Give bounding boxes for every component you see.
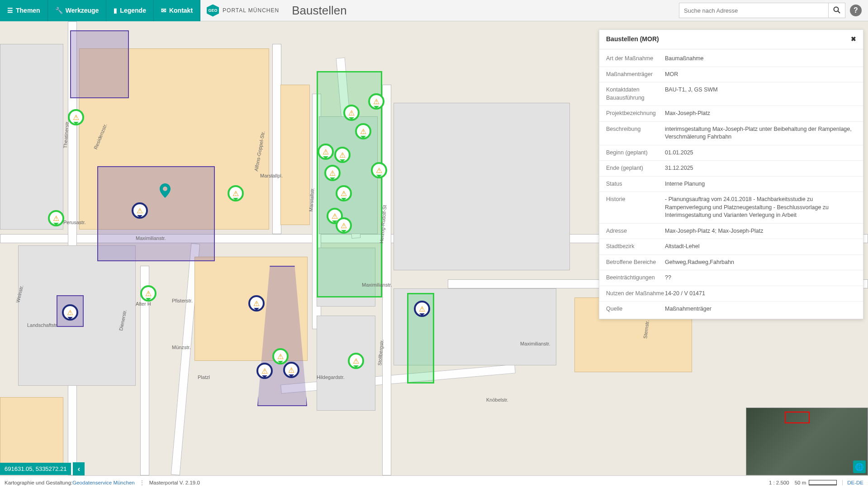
attribution-link[interactable]: Geodatenservice München (72, 480, 134, 485)
info-label: Quelle (606, 305, 665, 313)
wrench-icon: 🔧 (55, 7, 63, 14)
worker-icon: ⚠ (232, 189, 239, 198)
version-label: Masterportal V. 2.19.0 (149, 480, 200, 485)
worker-icon: ⚠ (419, 305, 425, 313)
info-value: interimsgestaltung Max-Joseph-Platz unte… (665, 125, 856, 141)
info-value: MOR (665, 71, 856, 79)
brand: GEO PORTAL MÜNCHEN (200, 5, 285, 17)
close-button[interactable]: ✖ (851, 35, 856, 43)
info-row: Beginn (geplant)01.01.2025 (599, 145, 863, 161)
geo-badge-icon: GEO (207, 5, 219, 17)
info-row: Beschreibunginterimsgestaltung Max-Josep… (599, 122, 863, 145)
info-row: Ende (geplant)31.12.2025 (599, 161, 863, 177)
worker-icon: ⚠ (261, 367, 268, 375)
construction-marker[interactable]: ⚠ (336, 217, 352, 234)
info-row: AdresseMax-Joseph-Platz 4; Max-Joseph-Pl… (599, 224, 863, 240)
info-label: Beeinträchtigungen (606, 274, 665, 282)
worker-icon: ⚠ (53, 214, 59, 223)
search-button[interactable] (828, 3, 845, 18)
info-value: Max-Joseph-Platz 4; Max-Joseph-Platz (665, 227, 856, 235)
worker-icon: ⚠ (339, 151, 346, 159)
construction-marker[interactable]: ⚠ (324, 165, 341, 181)
construction-marker[interactable]: ⚠ (48, 210, 64, 226)
worker-icon: ⚠ (360, 127, 366, 136)
construction-marker[interactable]: ⚠ (283, 362, 299, 378)
construction-marker[interactable]: ⚠ (371, 162, 387, 178)
chevron-left-icon: ‹ (78, 465, 80, 473)
construction-marker[interactable]: ⚠ (256, 363, 273, 379)
info-row: Art der MaßnahmeBaumaßnahme (599, 51, 863, 67)
construction-marker[interactable]: ⚠ (140, 285, 157, 302)
worker-icon: ⚠ (341, 189, 347, 198)
brand-label: PORTAL MÜNCHEN (223, 7, 279, 14)
info-label: Ende (geplant) (606, 164, 665, 173)
list-icon: ☰ (7, 7, 13, 14)
envelope-icon: ✉ (161, 7, 166, 14)
info-label: Adresse (606, 227, 665, 235)
info-row: Historie- Planungsauftrag vom 24.01.2018… (599, 192, 863, 224)
construction-marker[interactable]: ⚠ (318, 144, 334, 160)
construction-marker[interactable]: ⚠ (68, 109, 84, 125)
svg-line-1 (838, 11, 840, 13)
search-input[interactable] (679, 3, 828, 18)
construction-marker[interactable]: ⚠ (132, 202, 148, 219)
menu-kontakt[interactable]: ✉Kontakt (154, 0, 200, 21)
book-icon: ▮ (114, 7, 117, 14)
info-value: BAU-T1, J, GS SWM (665, 86, 856, 102)
worker-icon: ⚠ (73, 113, 79, 122)
minimap[interactable]: 🌐 (746, 408, 868, 475)
street-label: Maximilianstr. (136, 235, 166, 241)
scale-distance: 50 m (795, 480, 806, 485)
worker-icon: ⚠ (253, 299, 260, 308)
menu-werkzeuge-label: Werkzeuge (66, 7, 99, 14)
page-title: Baustellen (292, 4, 346, 18)
street-label: Platzl (198, 374, 210, 380)
info-value: 14-20 / V 01471 (665, 290, 856, 298)
info-panel: Baustellen (MOR) ✖ Art der MaßnahmeBauma… (599, 29, 863, 319)
worker-icon: ⚠ (341, 221, 347, 230)
info-value: ?? (665, 274, 856, 282)
help-button[interactable]: ? (850, 5, 862, 16)
street-label: Perusastr. (63, 220, 86, 225)
info-value: Baumaßnahme (665, 55, 856, 63)
street-label: Marstallpl. (260, 173, 283, 178)
info-value: 31.12.2025 (665, 164, 856, 173)
construction-marker[interactable]: ⚠ (228, 185, 244, 201)
construction-marker[interactable]: ⚠ (62, 304, 78, 321)
info-row: Beeinträchtigungen?? (599, 270, 863, 286)
menu-werkzeuge[interactable]: 🔧Werkzeuge (48, 0, 107, 21)
language-selector[interactable]: DE-DE (842, 480, 863, 485)
street-label: Münzstr. (172, 345, 191, 350)
footer-separator: ⋮ (139, 479, 145, 486)
minimap-viewport-rect (785, 412, 810, 423)
info-value: Interne Planung (665, 180, 856, 188)
worker-icon: ⚠ (137, 206, 143, 215)
menu-legende[interactable]: ▮Legende (106, 0, 154, 21)
construction-marker[interactable]: ⚠ (334, 147, 351, 163)
construction-marker[interactable]: ⚠ (272, 348, 289, 364)
globe-button[interactable]: 🌐 (853, 460, 866, 473)
construction-marker[interactable]: ⚠ (248, 295, 265, 312)
menu-legende-label: Legende (120, 7, 146, 14)
coord-collapse-button[interactable]: ‹ (73, 462, 85, 475)
worker-icon: ⚠ (332, 212, 338, 221)
info-label: Beschreibung (606, 125, 665, 141)
construction-marker[interactable]: ⚠ (355, 123, 371, 139)
info-panel-title: Baustellen (MOR) (606, 35, 659, 43)
info-label: Status (606, 180, 665, 188)
menu-themen[interactable]: ☰Themen (0, 0, 48, 21)
info-value: Altstadt-Lehel (665, 243, 856, 251)
construction-marker[interactable]: ⚠ (348, 353, 364, 369)
construction-marker[interactable]: ⚠ (368, 93, 384, 110)
info-row: StatusInterne Planung (599, 177, 863, 192)
info-value: 01.01.2025 (665, 149, 856, 157)
construction-marker[interactable]: ⚠ (336, 185, 352, 201)
construction-marker[interactable]: ⚠ (343, 105, 360, 121)
info-row: MaßnahmenträgerMOR (599, 67, 863, 83)
info-row: QuelleMaßnahmenträger (599, 302, 863, 317)
construction-marker[interactable]: ⚠ (414, 301, 430, 317)
info-label: Nutzen der Maßnahme (606, 290, 665, 298)
info-label: Stadtbezirk (606, 243, 665, 251)
street-label: Landschaftstr. (27, 322, 58, 328)
info-value: Gehweg,Radweg,Fahrbahn (665, 259, 856, 267)
